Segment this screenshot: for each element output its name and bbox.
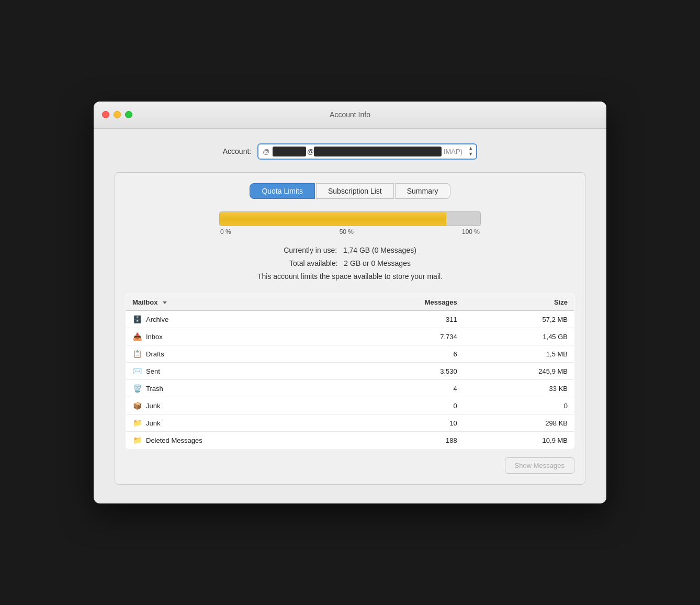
mailbox-size: 245,9 MB <box>464 363 574 380</box>
quota-bar-labels: 0 % 50 % 100 % <box>219 228 481 236</box>
drafts-icon: 📋 <box>132 349 142 358</box>
account-selector[interactable]: @ @ IMAP) ▲ ▼ <box>257 143 477 160</box>
table-row: 🗑️Trash433 KB <box>126 380 574 397</box>
quota-bar-container: 0 % 50 % 100 % <box>219 211 481 236</box>
table-row: 📁Junk10298 KB <box>126 414 574 432</box>
at-icon: @ <box>263 148 269 155</box>
tabs-panel: Quota Limits Subscription List Summary 0… <box>115 172 585 485</box>
quota-notice: This account limits the space available … <box>126 270 574 283</box>
total-available-label: Total available: <box>289 259 338 267</box>
junk-brown-icon: 📦 <box>132 401 142 410</box>
quota-label-fifty: 50 % <box>340 228 354 236</box>
chevron-down-icon: ▼ <box>468 152 473 156</box>
traffic-lights <box>102 111 132 118</box>
mailbox-name: Trash <box>146 385 163 393</box>
chevron-up-icon: ▲ <box>468 146 473 151</box>
tab-summary[interactable]: Summary <box>395 183 450 199</box>
quota-info: Currently in use: 1,74 GB (0 Messages) T… <box>126 244 574 284</box>
col-mailbox[interactable]: Mailbox <box>126 294 345 311</box>
minimize-button[interactable] <box>114 111 121 118</box>
mailbox-name-cell-4: 🗑️Trash <box>126 380 345 397</box>
mailbox-size: 0 <box>464 397 574 414</box>
table-row: 📁Deleted Messages18810,9 MB <box>126 432 574 449</box>
col-size[interactable]: Size <box>464 294 574 311</box>
message-count: 10 <box>344 414 464 432</box>
mailbox-name: Inbox <box>146 333 163 341</box>
window-content: Account: @ @ IMAP) ▲ ▼ Quota Limits Subs… <box>94 129 606 504</box>
show-messages-button[interactable]: Show Messages <box>505 457 574 474</box>
message-count: 6 <box>344 345 464 363</box>
mailbox-name-cell-7: 📁Deleted Messages <box>126 432 345 449</box>
message-count: 188 <box>344 432 464 449</box>
trash-icon: 🗑️ <box>132 384 142 393</box>
account-label: Account: <box>223 147 251 155</box>
mailbox-size: 57,2 MB <box>464 311 574 328</box>
close-button[interactable] <box>102 111 109 118</box>
mailbox-table: Mailbox Messages Size 🗄️Archive31157,2 M… <box>126 294 574 449</box>
mailbox-size: 1,45 GB <box>464 328 574 345</box>
mailbox-size: 298 KB <box>464 414 574 432</box>
tab-subscription-list[interactable]: Subscription List <box>316 183 394 199</box>
account-email-mask <box>273 147 306 156</box>
mailbox-name-cell-0: 🗄️Archive <box>126 311 345 328</box>
maximize-button[interactable] <box>125 111 132 118</box>
account-info-window: Account Info Account: @ @ IMAP) ▲ ▼ Qu <box>94 102 606 504</box>
account-domain-mask <box>314 147 442 156</box>
tabs-header: Quota Limits Subscription List Summary <box>126 183 574 199</box>
sent-icon: ✉️ <box>132 366 142 376</box>
table-header-row: Mailbox Messages Size <box>126 294 574 311</box>
tab-quota-limits[interactable]: Quota Limits <box>250 183 315 199</box>
mailbox-name: Junk <box>146 419 160 427</box>
bottom-bar: Show Messages <box>126 457 574 474</box>
message-count: 311 <box>344 311 464 328</box>
mailbox-name: Junk <box>146 402 160 410</box>
account-at-separator: @ <box>307 148 314 155</box>
mailbox-name-cell-5: 📦Junk <box>126 397 345 414</box>
mailbox-size: 1,5 MB <box>464 345 574 363</box>
select-arrows: ▲ ▼ <box>468 146 473 156</box>
mailbox-name-cell-1: 📥Inbox <box>126 328 345 345</box>
sort-chevron-icon <box>161 298 167 306</box>
message-count: 3.530 <box>344 363 464 380</box>
mailbox-size: 10,9 MB <box>464 432 574 449</box>
currently-in-use-value: 1,74 GB (0 Messages) <box>343 246 416 254</box>
mailbox-name-cell-3: ✉️Sent <box>126 363 345 380</box>
archive-icon: 🗄️ <box>132 315 142 324</box>
titlebar: Account Info <box>94 102 606 129</box>
quota-label-hundred: 100 % <box>462 228 480 236</box>
mailbox-name-cell-6: 📁Junk <box>126 414 345 432</box>
message-count: 4 <box>344 380 464 397</box>
total-available-value: 2 GB or 0 Messages <box>344 259 411 267</box>
table-row: ✉️Sent3.530245,9 MB <box>126 363 574 380</box>
junk-blue-icon: 📁 <box>132 418 142 428</box>
currently-in-use-line: Currently in use: 1,74 GB (0 Messages) <box>126 244 574 257</box>
window-title: Account Info <box>330 110 370 119</box>
account-type-label: IMAP) <box>444 148 462 155</box>
account-row: Account: @ @ IMAP) ▲ ▼ <box>115 143 585 160</box>
mailbox-name: Sent <box>146 367 160 375</box>
quota-label-zero: 0 % <box>220 228 231 236</box>
table-row: 📥Inbox7.7341,45 GB <box>126 328 574 345</box>
table-row: 📋Drafts61,5 MB <box>126 345 574 363</box>
mailbox-size: 33 KB <box>464 380 574 397</box>
col-messages[interactable]: Messages <box>344 294 464 311</box>
table-row: 📦Junk00 <box>126 397 574 414</box>
mailbox-name-cell-2: 📋Drafts <box>126 345 345 363</box>
mailbox-name: Archive <box>146 316 168 323</box>
deleted-icon: 📁 <box>132 435 142 445</box>
quota-bar-track <box>219 211 481 226</box>
total-available-line: Total available: 2 GB or 0 Messages <box>126 257 574 270</box>
quota-bar-fill <box>220 212 446 226</box>
inbox-icon: 📥 <box>132 332 142 341</box>
table-row: 🗄️Archive31157,2 MB <box>126 311 574 328</box>
message-count: 0 <box>344 397 464 414</box>
mailbox-name: Drafts <box>146 350 164 358</box>
currently-in-use-label: Currently in use: <box>284 246 337 254</box>
message-count: 7.734 <box>344 328 464 345</box>
mailbox-name: Deleted Messages <box>146 436 202 444</box>
